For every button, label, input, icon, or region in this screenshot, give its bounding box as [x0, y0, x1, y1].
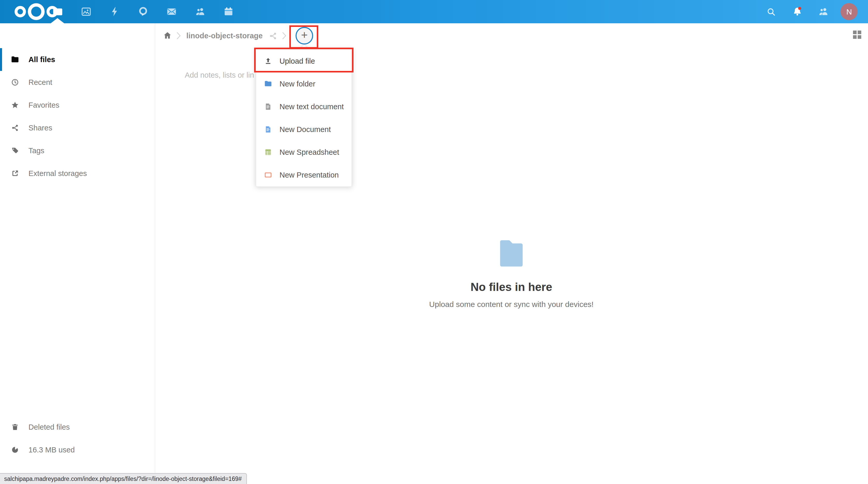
menu-item-new-text-document[interactable]: New text document	[256, 95, 351, 118]
avatar-initial: N	[846, 7, 852, 16]
sidebar-item-deleted-files[interactable]: Deleted files	[0, 416, 155, 438]
spreadsheet-icon	[264, 148, 272, 156]
sidebar-item-recent[interactable]: Recent	[0, 71, 155, 94]
trash-icon	[11, 423, 19, 431]
people-icon	[194, 6, 205, 17]
menu-item-new-document[interactable]: New Document	[256, 118, 351, 141]
share-variant-icon	[269, 32, 277, 40]
quota-pie-icon	[11, 446, 19, 454]
document-icon	[264, 125, 272, 133]
envelope-icon	[166, 6, 177, 17]
lightning-bolt-icon	[109, 6, 120, 17]
activity-app-icon[interactable]	[103, 0, 126, 23]
sidebar-item-shares[interactable]: Shares	[0, 117, 155, 139]
folder-icon	[52, 6, 63, 17]
menu-item-label: New text document	[279, 102, 344, 111]
sidebar-item-label: Recent	[28, 78, 52, 86]
empty-folder-icon	[498, 239, 525, 268]
menu-item-upload-file[interactable]: Upload file	[256, 50, 351, 72]
sidebar-item-storage-quota: 16.3 MB used	[0, 438, 155, 461]
workspace-notes-placeholder[interactable]: Add notes, lists or lin	[185, 71, 254, 79]
upload-icon	[264, 57, 272, 65]
sidebar-item-label: All files	[28, 55, 55, 64]
empty-state-subtitle: Upload some content or sync with your de…	[155, 300, 868, 308]
search-button[interactable]	[760, 0, 783, 23]
breadcrumb-separator-icon	[175, 32, 182, 40]
top-header-bar: N	[0, 0, 868, 23]
files-navigation-sidebar: All files Recent Favorites Shares Tags	[0, 23, 155, 484]
folder-icon	[11, 55, 19, 64]
sidebar-item-label: Deleted files	[28, 423, 70, 431]
talk-app-icon[interactable]	[131, 0, 154, 23]
empty-state-title: No files in here	[155, 280, 868, 294]
menu-item-label: New folder	[279, 80, 315, 88]
presentation-icon	[264, 171, 272, 179]
share-icon	[11, 124, 19, 132]
external-storage-icon	[11, 169, 19, 178]
menu-item-label: New Presentation	[279, 171, 339, 179]
nextcloud-files-app: N All files Recent Favorites S	[0, 0, 868, 484]
menu-item-label: New Document	[279, 125, 331, 133]
breadcrumb-home-button[interactable]	[163, 31, 172, 40]
search-icon	[766, 6, 776, 17]
sidebar-item-label: Shares	[28, 124, 52, 132]
home-icon	[163, 31, 172, 40]
sidebar-item-tags[interactable]: Tags	[0, 139, 155, 162]
clock-icon	[11, 78, 19, 86]
link-preview-status-bar: salchipapa.madreypadre.com/index.php/app…	[0, 473, 247, 484]
tag-icon	[11, 147, 19, 155]
breadcrumb-separator-icon	[281, 32, 288, 40]
calendar-icon	[223, 6, 234, 17]
notification-dot	[798, 7, 801, 10]
empty-folder-state: No files in here Upload some content or …	[155, 239, 868, 308]
user-avatar[interactable]: N	[841, 3, 858, 20]
sidebar-item-all-files[interactable]: All files	[0, 48, 155, 71]
breadcrumb-share-button[interactable]	[269, 32, 277, 40]
sidebar-item-label: Favorites	[28, 101, 59, 109]
menu-item-label: Upload file	[279, 57, 315, 65]
menu-item-label: New Spreadsheet	[279, 148, 339, 156]
bell-icon	[792, 6, 803, 17]
contacts-app-icon[interactable]	[188, 0, 211, 23]
notifications-button[interactable]	[786, 0, 808, 23]
new-file-menu: Upload file New folder New text document…	[256, 49, 352, 187]
text-document-icon	[264, 102, 272, 111]
new-file-button[interactable]: +	[296, 27, 313, 44]
grid-view-toggle-button[interactable]	[853, 31, 861, 39]
storage-quota-label: 16.3 MB used	[28, 446, 75, 454]
photos-app-icon[interactable]	[74, 0, 97, 23]
grid-icon	[853, 31, 857, 34]
breadcrumb-current-folder[interactable]: linode-object-storage	[186, 31, 263, 40]
sidebar-item-external-storages[interactable]: External storages	[0, 162, 155, 185]
image-icon	[81, 6, 91, 17]
plus-icon: +	[301, 28, 308, 41]
sidebar-item-label: External storages	[28, 169, 87, 178]
star-icon	[11, 101, 19, 109]
new-folder-icon	[264, 80, 272, 88]
sidebar-item-favorites[interactable]: Favorites	[0, 94, 155, 117]
menu-item-new-presentation[interactable]: New Presentation	[256, 163, 351, 186]
contacts-menu-button[interactable]	[812, 0, 834, 23]
speech-bubble-icon	[137, 6, 148, 17]
contacts-menu-icon	[817, 6, 828, 17]
menu-item-new-spreadsheet[interactable]: New Spreadsheet	[256, 141, 351, 163]
active-app-indicator	[51, 18, 64, 23]
mail-app-icon[interactable]	[160, 0, 183, 23]
calendar-app-icon[interactable]	[217, 0, 240, 23]
sidebar-item-label: Tags	[28, 147, 44, 155]
menu-item-new-folder[interactable]: New folder	[256, 72, 351, 95]
status-bar-url: salchipapa.madreypadre.com/index.php/app…	[4, 476, 242, 482]
